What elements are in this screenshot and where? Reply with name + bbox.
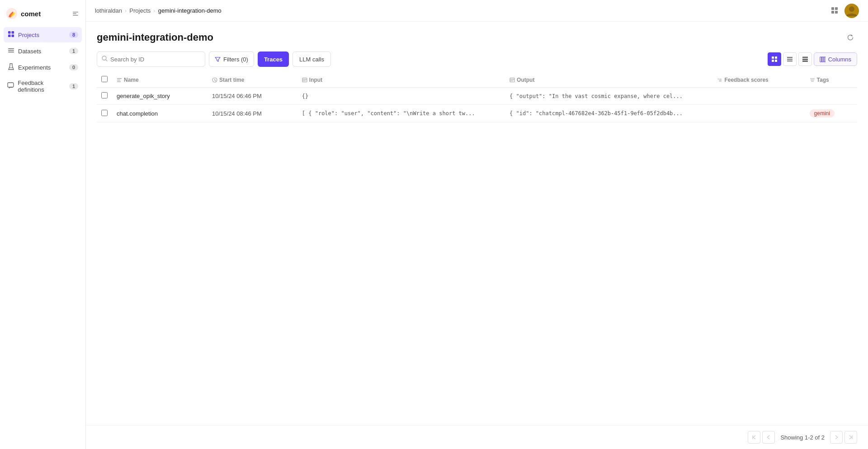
header-start-time: Start time — [208, 72, 297, 88]
view-list-btn[interactable] — [798, 52, 812, 66]
page-header: gemini-integration-demo — [86, 22, 868, 51]
row2-checkbox[interactable] — [101, 110, 108, 116]
header-feedback: Feedback scores — [712, 72, 805, 88]
toolbar: Filters (0) Traces LLM calls — [86, 51, 868, 72]
refresh-button[interactable] — [844, 31, 857, 44]
gemini-tag[interactable]: gemini — [810, 109, 835, 117]
row1-time: 10/15/24 06:46 PM — [208, 88, 297, 105]
breadcrumb-user[interactable]: lothiraldan — [95, 7, 122, 14]
svg-rect-25 — [775, 60, 777, 62]
svg-rect-13 — [8, 83, 14, 87]
view-compact-icon — [787, 56, 793, 62]
search-icon — [102, 56, 108, 63]
view-compact-btn[interactable] — [783, 52, 797, 66]
experiments-label: Experiments — [18, 64, 51, 71]
svg-rect-31 — [802, 61, 808, 62]
feedback-icon — [7, 82, 14, 90]
svg-rect-4 — [73, 15, 78, 16]
topbar-right — [831, 4, 859, 18]
feedback-badge: 1 — [69, 83, 78, 89]
header-checkbox-cell — [97, 72, 112, 88]
svg-rect-3 — [73, 14, 76, 14]
filter-icon — [215, 56, 221, 62]
row2-feedback — [712, 105, 805, 122]
sidebar-item-experiments[interactable]: Experiments 0 — [4, 60, 82, 75]
svg-rect-37 — [117, 81, 121, 82]
experiments-icon — [7, 63, 14, 71]
svg-rect-9 — [8, 48, 14, 49]
select-all-checkbox[interactable] — [101, 76, 108, 82]
apps-grid-icon[interactable] — [831, 7, 839, 15]
header-output: Output — [505, 72, 712, 88]
logo-text: comet — [21, 10, 41, 18]
row2-tags: gemini — [805, 105, 857, 122]
table-row[interactable]: chat.completion 10/15/24 08:46 PM [ { "r… — [97, 105, 857, 122]
prev-page-icon — [766, 435, 771, 440]
row1-checkbox[interactable] — [101, 92, 108, 98]
svg-rect-16 — [831, 11, 834, 14]
header-tags: Tags — [805, 72, 857, 88]
projects-icon — [7, 31, 14, 39]
comet-logo-icon — [5, 7, 18, 20]
svg-rect-6 — [11, 31, 14, 34]
svg-rect-36 — [117, 80, 120, 80]
page-info: Showing 1-2 of 2 — [777, 434, 828, 441]
sidebar-item-feedback[interactable]: Feedback definitions 1 — [4, 76, 82, 97]
svg-rect-35 — [117, 78, 122, 79]
header-input: Input — [297, 72, 505, 88]
projects-label: Projects — [18, 32, 39, 38]
svg-rect-14 — [831, 7, 834, 10]
row2-name[interactable]: chat.completion — [112, 105, 208, 122]
svg-rect-29 — [802, 57, 808, 58]
svg-rect-33 — [822, 57, 824, 62]
filter-button[interactable]: Filters (0) — [209, 51, 254, 67]
svg-point-1 — [13, 10, 15, 13]
svg-rect-2 — [73, 12, 78, 13]
next-page-btn[interactable] — [830, 431, 843, 444]
prev-page-btn[interactable] — [762, 431, 775, 444]
row2-checkbox-cell — [97, 105, 112, 122]
refresh-icon — [847, 34, 854, 41]
row2-output: { "id": "chatcmpl-467682e4-362b-45f1-9ef… — [505, 105, 712, 122]
row1-checkbox-cell — [97, 88, 112, 105]
svg-rect-15 — [835, 7, 838, 10]
row1-name[interactable]: generate_opik_story — [112, 88, 208, 105]
last-page-icon — [849, 435, 853, 440]
pagination: Showing 1-2 of 2 — [86, 425, 868, 449]
search-box[interactable] — [97, 51, 205, 67]
breadcrumb-sep2: › — [153, 7, 155, 14]
sidebar-toggle-btn[interactable] — [71, 9, 80, 18]
svg-rect-28 — [787, 61, 793, 61]
view-default-icon — [771, 56, 778, 62]
breadcrumb-sep1: › — [125, 7, 127, 14]
experiments-badge: 0 — [69, 64, 78, 70]
first-page-icon — [752, 435, 756, 440]
svg-rect-8 — [11, 35, 14, 37]
columns-button[interactable]: Columns — [814, 52, 857, 66]
sidebar-item-datasets[interactable]: Datasets 1 — [4, 43, 82, 59]
toolbar-left: Filters (0) Traces LLM calls — [97, 51, 331, 67]
svg-rect-32 — [820, 57, 822, 62]
view-default-btn[interactable] — [768, 52, 781, 66]
svg-rect-23 — [775, 56, 777, 59]
sidebar-item-projects[interactable]: Projects 8 — [4, 27, 82, 42]
time-col-icon — [212, 77, 217, 83]
page-title: gemini-integration-demo — [97, 32, 213, 43]
svg-rect-30 — [802, 59, 808, 60]
first-page-btn[interactable] — [748, 431, 760, 444]
row1-input: {} — [297, 88, 505, 105]
llmcalls-button[interactable]: LLM calls — [292, 51, 331, 67]
row2-input: [ { "role": "user", "content": "\nWrite … — [297, 105, 505, 122]
user-avatar[interactable] — [844, 4, 859, 18]
traces-button[interactable]: Traces — [258, 51, 289, 67]
table-row[interactable]: generate_opik_story 10/15/24 06:46 PM {}… — [97, 88, 857, 105]
next-page-icon — [834, 435, 839, 440]
breadcrumb-projects[interactable]: Projects — [129, 7, 151, 14]
last-page-btn[interactable] — [844, 431, 857, 444]
svg-rect-27 — [787, 59, 793, 60]
svg-rect-26 — [787, 57, 793, 58]
svg-rect-17 — [835, 11, 838, 14]
breadcrumb-current: gemini-integration-demo — [158, 7, 222, 14]
svg-line-40 — [215, 80, 216, 81]
search-input[interactable] — [110, 56, 192, 63]
